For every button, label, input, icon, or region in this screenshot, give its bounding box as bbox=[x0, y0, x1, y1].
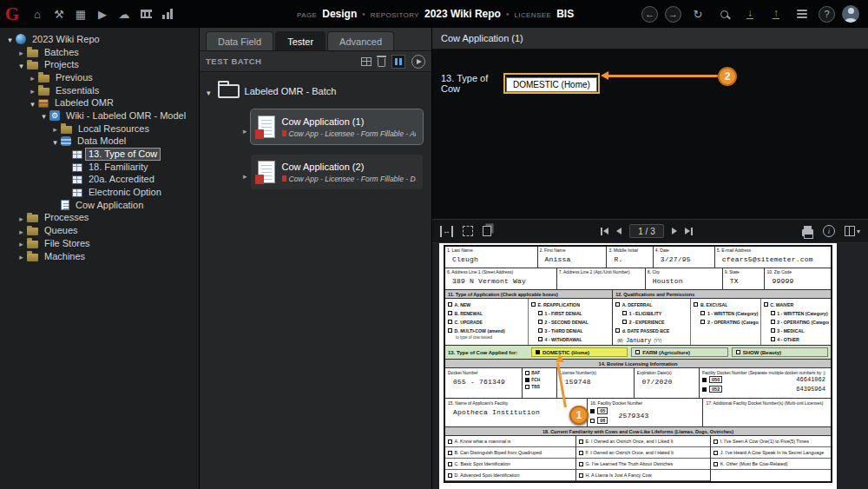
checkbox-icon bbox=[694, 302, 698, 307]
chevron-down-icon[interactable] bbox=[4, 34, 16, 44]
help-icon[interactable]: ? bbox=[819, 6, 835, 23]
print-icon[interactable] bbox=[802, 229, 813, 236]
search-icon[interactable] bbox=[714, 4, 733, 23]
checkbox-icon bbox=[448, 473, 452, 478]
tools-icon[interactable]: ⚒ bbox=[49, 4, 69, 23]
fit-width-icon[interactable]: ↔ bbox=[440, 226, 453, 237]
document-subtitle: Cow App - Licensee - Form Fillable - Ani… bbox=[282, 129, 416, 138]
checkbox-label: E. REAPPLICATION bbox=[538, 302, 580, 307]
sidebar-item-queues[interactable]: Queues bbox=[0, 224, 199, 237]
sidebar-item-13-type-of-cow[interactable]: 13. Type of Cow bbox=[0, 148, 199, 161]
chevron-right-icon[interactable] bbox=[16, 47, 27, 57]
chevron-right-icon[interactable] bbox=[16, 226, 27, 236]
sidebar-item-wiki-labeled-omr-model[interactable]: Wiki - Labeled OMR - Model bbox=[0, 109, 199, 122]
run-batch-icon[interactable]: ▶ bbox=[93, 4, 112, 23]
next-page-button[interactable] bbox=[672, 228, 677, 235]
checkbox-icon bbox=[615, 328, 620, 333]
sidebar-item-machines[interactable]: Machines bbox=[0, 250, 199, 263]
delete-icon[interactable] bbox=[378, 56, 385, 67]
licensee-label: LICENSEE bbox=[514, 11, 551, 19]
code-label: 05 bbox=[597, 407, 608, 414]
chevron-right-icon[interactable] bbox=[27, 72, 38, 83]
section-12-header: 12. Qualifications and Permissions bbox=[613, 290, 831, 298]
callout-1-badge: 1 bbox=[569, 406, 589, 425]
chevron-down-icon[interactable] bbox=[49, 136, 61, 147]
back-button[interactable]: ← bbox=[641, 6, 658, 23]
chevron-down-icon[interactable] bbox=[38, 110, 49, 121]
grid-icon[interactable]: ▦ bbox=[71, 4, 90, 23]
checkbox-label: C. UPGRADE bbox=[455, 320, 483, 325]
document-row: Cow Application (1) Cow App - Licensee -… bbox=[243, 109, 423, 144]
sidebar-item-data-model[interactable]: Data Model bbox=[0, 135, 199, 149]
sidebar-item-electronic-option[interactable]: Electronic Option bbox=[0, 186, 199, 199]
sidebar-item-essentials[interactable]: Essentials bbox=[0, 84, 199, 97]
test-batch-title: TEST BATCH bbox=[206, 56, 261, 66]
previous-page-button[interactable] bbox=[616, 228, 621, 235]
run-test-icon[interactable] bbox=[411, 55, 425, 69]
home-icon[interactable]: ⌂ bbox=[28, 4, 47, 23]
chart-icon[interactable] bbox=[158, 4, 177, 23]
sidebar-item-projects[interactable]: Projects bbox=[0, 58, 199, 71]
sidebar-item-labeled-omr[interactable]: Labeled OMR bbox=[0, 96, 199, 109]
tab-advanced[interactable]: Advanced bbox=[327, 31, 394, 50]
grooper-logo[interactable]: G bbox=[0, 0, 24, 28]
chevron-right-icon[interactable] bbox=[243, 122, 247, 137]
repository-value[interactable]: 2023 Wiki Repo bbox=[424, 8, 501, 20]
form-value: 99999 bbox=[766, 274, 828, 285]
checkbox-icon bbox=[538, 328, 542, 333]
batch-root-item[interactable]: Labeled OMR - Batch bbox=[207, 83, 426, 99]
sidebar-item-label: Batches bbox=[42, 47, 82, 58]
sidebar-item-20a-accredited[interactable]: 20a. Accredited bbox=[0, 174, 199, 187]
last-page-button[interactable] bbox=[685, 228, 693, 235]
user-avatar[interactable] bbox=[842, 5, 859, 23]
sidebar-item-label: Projects bbox=[42, 59, 82, 70]
chevron-right-icon[interactable] bbox=[243, 167, 247, 182]
layers-icon[interactable] bbox=[792, 4, 812, 23]
sidebar-item-18-familiarity[interactable]: 18. Familiarity bbox=[0, 161, 199, 174]
checkbox-icon bbox=[771, 320, 775, 324]
chevron-right-icon[interactable] bbox=[49, 123, 61, 134]
pause-icon[interactable] bbox=[391, 55, 405, 69]
checkbox-icon bbox=[579, 473, 583, 478]
chevron-right-icon[interactable] bbox=[27, 85, 38, 96]
sidebar-item-processes[interactable]: Processes bbox=[0, 212, 199, 225]
document-item-2[interactable]: Cow Application (2) Cow App - Licensee -… bbox=[251, 155, 423, 189]
region-select-icon[interactable] bbox=[463, 226, 473, 236]
chevron-down-icon[interactable] bbox=[207, 83, 211, 99]
chevron-right-icon[interactable] bbox=[16, 238, 27, 248]
checkbox-icon bbox=[713, 439, 718, 444]
sidebar-item-batches[interactable]: Batches bbox=[0, 46, 199, 59]
upload-icon[interactable]: ↑ bbox=[766, 4, 786, 23]
viewer-tools-right: i ▾ bbox=[802, 225, 860, 237]
sidebar-item-previous[interactable]: Previous bbox=[0, 71, 199, 84]
forward-button[interactable]: → bbox=[665, 6, 681, 23]
sidebar-item-file-stores[interactable]: File Stores bbox=[0, 237, 199, 250]
chevron-down-icon[interactable] bbox=[16, 60, 27, 70]
chevron-down-icon[interactable] bbox=[27, 98, 38, 109]
first-page-button[interactable] bbox=[601, 228, 608, 235]
copy-pages-icon[interactable] bbox=[483, 226, 491, 236]
sidebar-item-local-resources[interactable]: Local Resources bbox=[0, 122, 199, 135]
tab-tester[interactable]: Tester bbox=[275, 31, 326, 50]
page-value[interactable]: Design bbox=[322, 8, 357, 20]
bank-icon[interactable] bbox=[136, 4, 155, 23]
tab-data-field[interactable]: Data Field bbox=[206, 31, 273, 50]
page-layout-icon[interactable]: ▾ bbox=[845, 226, 860, 236]
callout-2-badge: 2 bbox=[718, 67, 737, 86]
document-item-1[interactable]: Cow Application (1) Cow App - Licensee -… bbox=[251, 109, 423, 144]
info-icon[interactable]: i bbox=[823, 225, 835, 237]
chevron-right-icon[interactable] bbox=[16, 213, 27, 223]
sidebar-item-cow-application[interactable]: Cow Application bbox=[0, 199, 199, 212]
cloud-icon[interactable]: ☁ bbox=[115, 4, 134, 23]
sidebar-item-2023-wiki-repo[interactable]: 2023 Wiki Repo bbox=[0, 33, 199, 46]
code-label: 06 bbox=[597, 417, 608, 424]
refresh-icon[interactable]: ↻ bbox=[688, 4, 707, 23]
page-indicator[interactable]: 1 / 3 bbox=[629, 224, 663, 238]
document-page[interactable]: 1. Last NameCleugh 2. First NameAnissa 3… bbox=[439, 243, 837, 489]
chevron-right-icon[interactable] bbox=[16, 251, 27, 261]
columns-icon[interactable] bbox=[361, 57, 372, 66]
callout-2-arrow-line bbox=[608, 75, 718, 77]
field-value-input[interactable]: DOMESTIC (Home) bbox=[506, 77, 597, 92]
checkbox-label: 2 - OPERATING (Category) bbox=[707, 320, 759, 325]
download-icon[interactable]: ↓ bbox=[740, 4, 760, 23]
